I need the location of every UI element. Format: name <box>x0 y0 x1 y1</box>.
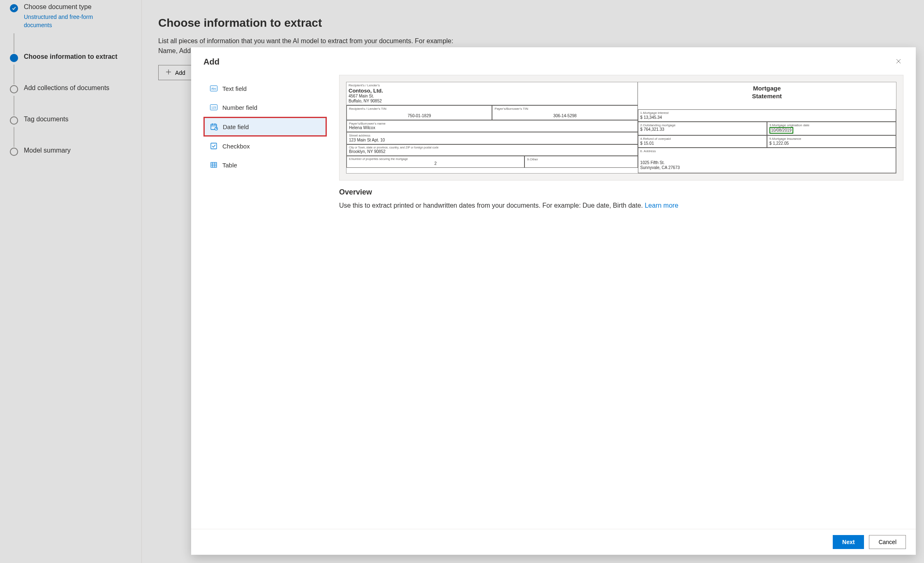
field-option-label: Table <box>222 162 237 169</box>
preview-label: Recipient's / Lender's <box>349 83 635 88</box>
overview-text: Use this to extract printed or handwritt… <box>339 201 903 211</box>
preview-text: Helena Wilcox <box>349 125 635 130</box>
preview-label: Payer's/Borrower's name <box>349 122 635 126</box>
preview-label: Payer's/Borrower's TIN <box>494 107 635 111</box>
preview-label: 9.Other <box>527 158 635 162</box>
next-button[interactable]: Next <box>833 535 864 549</box>
highlighted-date: 10/08/2019 <box>769 127 793 134</box>
preview-text: 750-01-1829 <box>349 111 490 118</box>
preview-text: $ 13,345.34 <box>640 115 894 120</box>
close-button[interactable] <box>894 56 903 67</box>
svg-rect-7 <box>211 162 217 167</box>
preview-text: Sunnyvale, CA 27673 <box>640 165 894 170</box>
document-preview: Recipient's / Lender's Contoso, Ltd. 456… <box>339 75 903 181</box>
svg-rect-6 <box>211 143 217 149</box>
field-option-checkbox[interactable]: Checkbox <box>203 137 327 155</box>
preview-label: 4.Refund of overpaid <box>640 137 765 141</box>
field-option-text[interactable]: Abc Text field <box>203 79 327 98</box>
preview-label: 3.Mortgage origination date <box>769 123 894 127</box>
modal-title: Add <box>203 57 219 67</box>
field-type-list: Abc Text field 123 Number field Date fie… <box>203 72 327 529</box>
preview-label: Recipient's / Lender's TIN <box>349 107 490 111</box>
preview-text: Brooklyn, NY 90852 <box>349 149 635 154</box>
preview-text: 4567 Main St. <box>349 94 635 99</box>
preview-label: 2.Outstanding mortgage <box>640 123 765 127</box>
preview-label: 1.Mortgage interest <box>640 111 894 115</box>
field-option-label: Number field <box>222 104 257 111</box>
preview-text: $ 15.01 <box>640 141 765 146</box>
preview-label: 5.Mortgage insurance <box>769 137 894 141</box>
field-option-label: Text field <box>222 85 247 92</box>
preview-text: 2 <box>349 161 522 166</box>
svg-text:Abc: Abc <box>211 87 217 90</box>
close-icon <box>895 60 902 66</box>
table-icon <box>210 161 217 169</box>
preview-text: Buffalo, NY 90852 <box>349 99 635 104</box>
number-field-icon: 123 <box>210 104 217 111</box>
cancel-button[interactable]: Cancel <box>869 535 906 549</box>
field-detail-panel: Recipient's / Lender's Contoso, Ltd. 456… <box>339 72 903 529</box>
field-option-table[interactable]: Table <box>203 155 327 174</box>
add-field-modal: Add Abc Text field 123 <box>191 47 916 555</box>
preview-title: Statement <box>638 93 896 100</box>
preview-label: 6. Address <box>640 149 894 153</box>
preview-text: 306-14-5298 <box>494 111 635 118</box>
preview-label: Street address <box>349 134 635 138</box>
field-option-date[interactable]: Date field <box>203 117 327 137</box>
preview-text: $ 1,222.05 <box>769 141 894 146</box>
learn-more-link[interactable]: Learn more <box>644 202 678 209</box>
field-option-label: Checkbox <box>222 143 250 150</box>
checkbox-icon <box>210 142 217 150</box>
preview-text: 123 Main St Apt. 10 <box>349 138 635 143</box>
preview-text: 1025 Fifth St. <box>640 160 894 165</box>
overview-description: Use this to extract printed or handwritt… <box>339 202 644 209</box>
preview-label: City or Town, state or province, country… <box>349 146 635 149</box>
field-option-label: Date field <box>223 123 249 130</box>
text-field-icon: Abc <box>210 85 217 92</box>
preview-text: $ 764,321.33 <box>640 127 765 132</box>
preview-label: 8.Number of properties securing the mort… <box>349 158 522 161</box>
svg-text:123: 123 <box>211 106 216 109</box>
overview-heading: Overview <box>339 188 903 197</box>
preview-company: Contoso, Ltd. <box>349 88 635 94</box>
preview-title: Mortgage <box>638 82 896 93</box>
field-option-number[interactable]: 123 Number field <box>203 98 327 117</box>
date-field-icon <box>210 123 218 130</box>
